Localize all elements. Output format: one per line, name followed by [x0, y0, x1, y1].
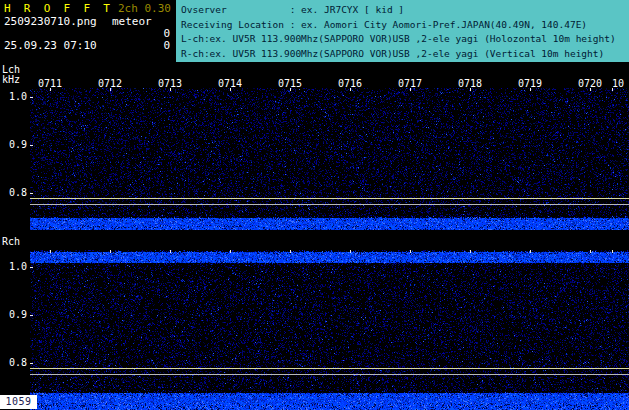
freq-tick-label: 0.9: [0, 139, 27, 150]
level-counter-box: 1059: [0, 395, 37, 409]
meteor-count-bottom: 0: [140, 39, 170, 52]
freq-tick-label: 1.0: [0, 91, 27, 102]
frequency-axis-labels: 1.00.90.81.00.90.8: [0, 0, 30, 410]
lch-setup-line: L-ch:ex. UV5R 113.900Mhz(SAPPORO VOR)USB…: [181, 32, 629, 47]
freq-tick-label: 1.0: [0, 261, 27, 272]
lch-spectrogram: [30, 88, 629, 230]
observer-line: Ovserver : ex. JR7CYX [ kid ]: [181, 3, 629, 18]
freq-tick-label: 0.8: [0, 187, 27, 198]
freq-tick-label: 0.9: [0, 309, 27, 320]
hrofft-screen: H R O F F T 2ch 0.30 2509230710.png mete…: [0, 0, 629, 410]
observer-info-panel: Ovserver : ex. JR7CYX [ kid ] Receiving …: [176, 0, 629, 62]
freq-tick-label: 0.8: [0, 357, 27, 368]
location-line: Receiving Location : ex. Aomori City Aom…: [181, 18, 629, 33]
rch-spectrogram: [30, 250, 629, 410]
rch-setup-line: R-ch:ex. UV5R 113.900Mhz(SAPPORO VOR)USB…: [181, 47, 629, 62]
version-label: 2ch 0.30: [118, 2, 171, 15]
